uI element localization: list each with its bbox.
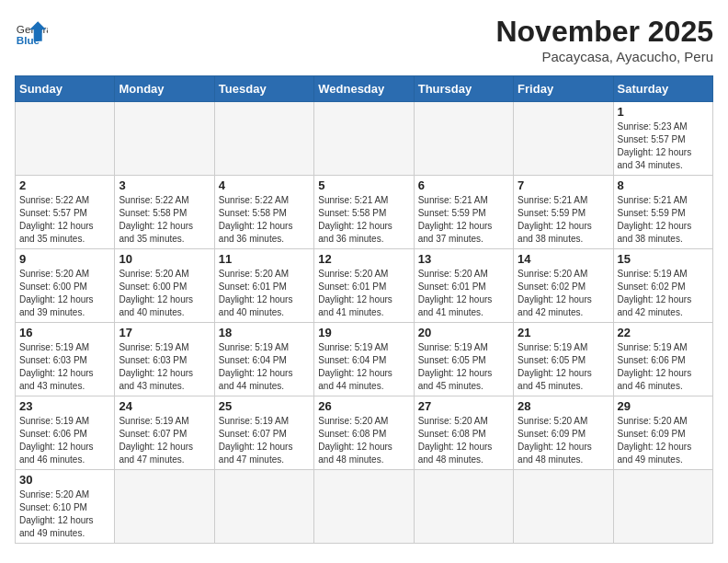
header-monday: Monday [115, 76, 214, 102]
calendar-row-1: 1 Sunrise: 5:23 AM Sunset: 5:57 PM Dayli… [16, 102, 713, 176]
day-1: 1 Sunrise: 5:23 AM Sunset: 5:57 PM Dayli… [613, 102, 712, 176]
title-block: November 2025 Pacaycasa, Ayacucho, Peru [495, 15, 713, 64]
header-saturday: Saturday [613, 76, 712, 102]
day-28: 28 Sunrise: 5:20 AM Sunset: 6:09 PM Dayl… [514, 396, 613, 470]
empty-cell [115, 470, 214, 544]
day-19: 19 Sunrise: 5:19 AM Sunset: 6:04 PM Dayl… [314, 323, 414, 396]
day-25: 25 Sunrise: 5:19 AM Sunset: 6:07 PM Dayl… [214, 396, 313, 470]
calendar-row-4: 16 Sunrise: 5:19 AM Sunset: 6:03 PM Dayl… [16, 323, 713, 396]
day-8: 8 Sunrise: 5:21 AM Sunset: 5:59 PM Dayli… [613, 176, 712, 249]
day-27: 27 Sunrise: 5:20 AM Sunset: 6:08 PM Dayl… [414, 396, 513, 470]
empty-cell [514, 470, 613, 544]
day-15: 15 Sunrise: 5:19 AM Sunset: 6:02 PM Dayl… [613, 249, 712, 323]
day-17: 17 Sunrise: 5:19 AM Sunset: 6:03 PM Dayl… [115, 323, 214, 396]
header-tuesday: Tuesday [214, 76, 313, 102]
day-9: 9 Sunrise: 5:20 AM Sunset: 6:00 PM Dayli… [16, 249, 115, 323]
day-23: 23 Sunrise: 5:19 AM Sunset: 6:06 PM Dayl… [16, 396, 115, 470]
empty-cell [613, 470, 712, 544]
day-7: 7 Sunrise: 5:21 AM Sunset: 5:59 PM Dayli… [514, 176, 613, 249]
calendar-row-6: 30 Sunrise: 5:20 AM Sunset: 6:10 PM Dayl… [16, 470, 713, 544]
day-16: 16 Sunrise: 5:19 AM Sunset: 6:03 PM Dayl… [16, 323, 115, 396]
day-12: 12 Sunrise: 5:20 AM Sunset: 6:01 PM Dayl… [314, 249, 414, 323]
day-2: 2 Sunrise: 5:22 AM Sunset: 5:57 PM Dayli… [16, 176, 115, 249]
day-30: 30 Sunrise: 5:20 AM Sunset: 6:10 PM Dayl… [16, 470, 115, 544]
day-6: 6 Sunrise: 5:21 AM Sunset: 5:59 PM Dayli… [414, 176, 513, 249]
empty-cell [214, 470, 313, 544]
calendar-row-3: 9 Sunrise: 5:20 AM Sunset: 6:00 PM Dayli… [16, 249, 713, 323]
day-5: 5 Sunrise: 5:21 AM Sunset: 5:58 PM Dayli… [314, 176, 414, 249]
day-20: 20 Sunrise: 5:19 AM Sunset: 6:05 PM Dayl… [414, 323, 513, 396]
month-title: November 2025 [495, 15, 713, 49]
header-friday: Friday [514, 76, 613, 102]
page-header: General Blue November 2025 Pacaycasa, Ay… [15, 15, 713, 64]
day-4: 4 Sunrise: 5:22 AM Sunset: 5:58 PM Dayli… [214, 176, 313, 249]
empty-cell [314, 102, 414, 176]
empty-cell [414, 470, 513, 544]
empty-cell [214, 102, 313, 176]
day-14: 14 Sunrise: 5:20 AM Sunset: 6:02 PM Dayl… [514, 249, 613, 323]
day-11: 11 Sunrise: 5:20 AM Sunset: 6:01 PM Dayl… [214, 249, 313, 323]
header-sunday: Sunday [16, 76, 115, 102]
day-10: 10 Sunrise: 5:20 AM Sunset: 6:00 PM Dayl… [115, 249, 214, 323]
logo-icon: General Blue [15, 15, 48, 48]
calendar-row-5: 23 Sunrise: 5:19 AM Sunset: 6:06 PM Dayl… [16, 396, 713, 470]
empty-cell [514, 102, 613, 176]
location: Pacaycasa, Ayacucho, Peru [495, 49, 713, 64]
empty-cell [16, 102, 115, 176]
header-wednesday: Wednesday [314, 76, 414, 102]
empty-cell [115, 102, 214, 176]
day-24: 24 Sunrise: 5:19 AM Sunset: 6:07 PM Dayl… [115, 396, 214, 470]
empty-cell [314, 470, 414, 544]
day-29: 29 Sunrise: 5:20 AM Sunset: 6:09 PM Dayl… [613, 396, 712, 470]
header-thursday: Thursday [414, 76, 513, 102]
day-22: 22 Sunrise: 5:19 AM Sunset: 6:06 PM Dayl… [613, 323, 712, 396]
calendar-row-2: 2 Sunrise: 5:22 AM Sunset: 5:57 PM Dayli… [16, 176, 713, 249]
day-13: 13 Sunrise: 5:20 AM Sunset: 6:01 PM Dayl… [414, 249, 513, 323]
weekday-header-row: Sunday Monday Tuesday Wednesday Thursday… [16, 76, 713, 102]
empty-cell [414, 102, 513, 176]
day-18: 18 Sunrise: 5:19 AM Sunset: 6:04 PM Dayl… [214, 323, 313, 396]
day-26: 26 Sunrise: 5:20 AM Sunset: 6:08 PM Dayl… [314, 396, 414, 470]
calendar-table: Sunday Monday Tuesday Wednesday Thursday… [15, 75, 713, 544]
day-21: 21 Sunrise: 5:19 AM Sunset: 6:05 PM Dayl… [514, 323, 613, 396]
day-3: 3 Sunrise: 5:22 AM Sunset: 5:58 PM Dayli… [115, 176, 214, 249]
logo: General Blue [15, 15, 48, 48]
